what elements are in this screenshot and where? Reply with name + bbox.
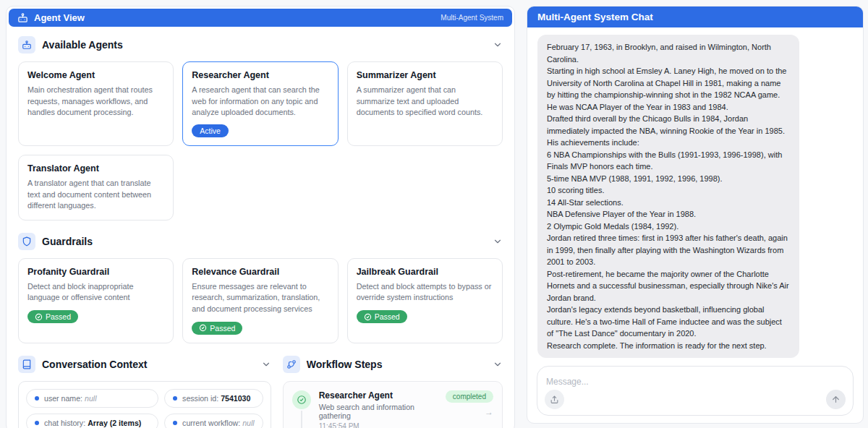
- guardrail-card-jailbreak[interactable]: Jailbreak Guardrail Detect and block att…: [347, 258, 503, 343]
- upload-icon: [550, 395, 559, 404]
- step-description: Web search and information gathering: [319, 403, 446, 420]
- agent-card-translator[interactable]: Translator Agent A translator agent that…: [18, 155, 174, 221]
- arrow-right-icon: →: [485, 407, 493, 417]
- step-name: Researcher Agent: [319, 390, 446, 401]
- workflow-card: Researcher Agent Web search and informat…: [283, 381, 503, 428]
- step-time: 11:45:54 PM: [319, 422, 446, 428]
- upload-button[interactable]: [545, 390, 564, 409]
- section-title-context: Conversation Context: [42, 359, 261, 370]
- section-title-workflow: Workflow Steps: [307, 359, 493, 370]
- agent-description: A research agent that can search the web…: [192, 85, 328, 119]
- conversation-context-section: Conversation Context user name:null sess…: [18, 356, 271, 428]
- robot-icon: [17, 12, 28, 23]
- agent-card-researcher[interactable]: Researcher Agent A research agent that c…: [182, 61, 338, 146]
- agent-description: Main orchestration agent that routes req…: [27, 85, 164, 119]
- passed-badge: Passed: [27, 310, 78, 323]
- shield-icon: [18, 233, 35, 250]
- active-badge: Active: [192, 124, 229, 137]
- agent-name: Translator Agent: [27, 163, 164, 174]
- check-circle-icon: [364, 313, 372, 321]
- guardrail-name: Profanity Guardrail: [27, 267, 164, 277]
- agent-description: A translator agent that can translate te…: [27, 178, 164, 212]
- bullet-icon: [173, 421, 177, 425]
- bullet-icon: [173, 396, 177, 401]
- agent-name: Welcome Agent: [27, 70, 164, 80]
- message-composer: [537, 366, 854, 416]
- agent-view-header: Agent View Multi-Agent System: [9, 9, 512, 27]
- send-button[interactable]: [826, 390, 846, 409]
- workflow-step-researcher[interactable]: Researcher Agent Web search and informat…: [292, 390, 493, 428]
- chevron-down-icon[interactable]: [493, 40, 503, 50]
- arrow-up-icon: [831, 395, 841, 404]
- check-circle-icon: [292, 390, 311, 409]
- context-item-chat-history: chat history:Array (2 items): [26, 414, 158, 428]
- available-agents-section: Available Agents Welcome Agent Main orch…: [18, 36, 503, 221]
- chat-panel: Multi-Agent System Chat February 17, 196…: [527, 6, 864, 424]
- guardrail-description: Detect and block inappropriate language …: [27, 281, 164, 304]
- guardrail-name: Jailbreak Guardrail: [357, 267, 493, 277]
- check-circle-icon: [199, 324, 207, 332]
- chevron-down-icon[interactable]: [261, 359, 271, 369]
- guardrail-description: Ensure messages are relevant to research…: [192, 281, 328, 315]
- robot-icon: [18, 36, 35, 54]
- agent-name: Summarizer Agent: [357, 70, 493, 80]
- guardrails-section: Guardrails Profanity Guardrail Detect an…: [18, 233, 503, 343]
- section-title-agents: Available Agents: [42, 39, 493, 51]
- check-circle-icon: [35, 313, 43, 321]
- message-input[interactable]: [546, 377, 844, 387]
- passed-badge: Passed: [357, 310, 407, 323]
- context-item-user-name: user name:null: [26, 389, 158, 408]
- context-card: user name:null session id:7541030 chat h…: [18, 381, 271, 428]
- section-title-guardrails: Guardrails: [42, 236, 493, 247]
- chevron-down-icon[interactable]: [493, 236, 503, 247]
- app-name: Multi-Agent System: [441, 14, 503, 22]
- bullet-icon: [35, 396, 39, 401]
- agent-card-welcome[interactable]: Welcome Agent Main orchestration agent t…: [18, 61, 174, 146]
- guardrail-card-profanity[interactable]: Profanity Guardrail Detect and block ina…: [18, 258, 174, 343]
- status-badge: completed: [446, 390, 493, 403]
- workflow-steps-section: Workflow Steps Researcher Agent Web sear: [283, 356, 503, 428]
- book-icon: [18, 356, 35, 373]
- chevron-down-icon[interactable]: [493, 359, 503, 369]
- agent-name: Researcher Agent: [192, 70, 328, 80]
- agent-card-summarizer[interactable]: Summarizer Agent A summarizer agent that…: [347, 61, 503, 146]
- context-item-current-workflow: current workflow:null: [164, 414, 263, 428]
- guardrail-card-relevance[interactable]: Relevance Guardrail Ensure messages are …: [182, 258, 338, 343]
- branch-icon: [283, 356, 300, 373]
- chat-messages[interactable]: February 17, 1963, in Brooklyn, and rais…: [527, 27, 863, 360]
- connector-line: [301, 411, 302, 428]
- agent-message: February 17, 1963, in Brooklyn, and rais…: [537, 35, 799, 358]
- agent-view-panel: Agent View Multi-Agent System Available …: [6, 6, 515, 428]
- guardrail-name: Relevance Guardrail: [192, 267, 328, 277]
- passed-badge: Passed: [192, 322, 242, 335]
- bullet-icon: [35, 421, 39, 425]
- page-title: Agent View: [34, 12, 441, 23]
- guardrail-description: Detect and block attempts to bypass or o…: [357, 281, 493, 304]
- agent-description: A summarizer agent that can summarize te…: [357, 85, 493, 119]
- chat-header: Multi-Agent System Chat: [527, 7, 863, 27]
- context-item-session-id: session id:7541030: [164, 389, 263, 408]
